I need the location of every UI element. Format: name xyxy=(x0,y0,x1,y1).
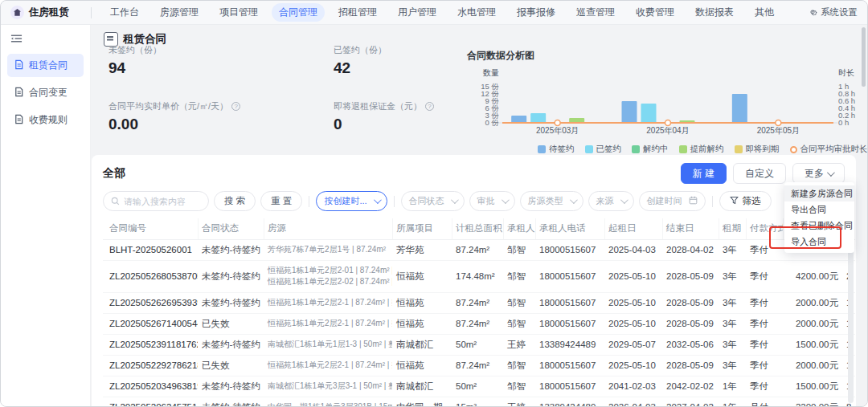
cell-pay-method: 季付 xyxy=(746,334,783,355)
more-button[interactable]: 更多 xyxy=(792,163,845,184)
cell-project: 恒福苑 xyxy=(392,313,452,334)
cell-area: 87.24m² xyxy=(452,239,503,260)
nav-item-3[interactable]: 合同管理 xyxy=(272,3,325,22)
table-row-6[interactable]: ZL2025052034963819未签约-待签约南城都汇1栋1单元3层3-1 … xyxy=(103,376,855,397)
collapse-sidebar-icon[interactable] xyxy=(1,25,90,50)
column-header-7: 起租日 xyxy=(604,218,662,239)
cell-house: 南城都汇1栋1单元1层1-3 | 50m² | 整租 | xyxy=(264,334,392,355)
sidebar-item-0[interactable]: 租赁合同 xyxy=(7,54,84,77)
window-scrollbar[interactable] xyxy=(862,27,866,87)
sort-select[interactable]: 按创建时... xyxy=(316,191,387,211)
app-window: 住房租赁 工作台房源管理项目管理合同管理招租管理用户管理水电管理报事报修巡查管理… xyxy=(0,0,868,407)
table-row-7[interactable]: ZL2025052062457514未签约-待签约中华园一期1栋1单元3层301… xyxy=(103,397,855,406)
search-icon xyxy=(111,194,120,209)
chevron-down-icon xyxy=(570,196,578,204)
table-row-4[interactable]: ZL2025052391181762未签约-待签约南城都汇1栋1单元1层1-3 … xyxy=(103,334,855,355)
menu-item-1[interactable]: 导出合同 xyxy=(784,201,854,218)
nav-item-5[interactable]: 用户管理 xyxy=(391,3,444,22)
cell-tenant: 王婷 xyxy=(503,397,535,406)
search-input[interactable] xyxy=(124,197,201,206)
cell-end-date: 2028-04-02 xyxy=(662,239,719,260)
legend-item-4[interactable]: 即将到期 xyxy=(735,144,780,155)
nav-item-10[interactable]: 数据报表 xyxy=(688,3,741,22)
create-date-select[interactable]: 创建时间 xyxy=(639,191,706,211)
filter-icon xyxy=(730,196,739,206)
nav-item-0[interactable]: 工作台 xyxy=(103,3,146,22)
legend-item-0[interactable]: 待签约 xyxy=(538,144,575,155)
cell-house: 恒福苑1栋1单元2层2-1 | 87.24m² | 整租 xyxy=(264,292,392,313)
menu-item-0[interactable]: 新建多房源合同 xyxy=(784,185,854,201)
card-title: 全部 xyxy=(103,166,125,181)
doc-icon xyxy=(14,59,24,72)
cell-status: 未签约-待签约 xyxy=(198,397,264,406)
stat-value: 0.00 xyxy=(108,116,240,133)
nav-item-11[interactable]: 其他 xyxy=(747,3,781,22)
search-button[interactable]: 搜 索 xyxy=(214,191,256,211)
cell-contract-no: ZL2025052680538705 xyxy=(103,260,198,292)
filter-select-label: 房源类型 xyxy=(528,195,563,207)
filter-select-3[interactable]: 来源 xyxy=(588,191,634,211)
table-row-3[interactable]: ZL2025052671400544已失效恒福苑1栋1单元2层2-1 | 87.… xyxy=(103,313,855,334)
legend-item-5[interactable]: 合同平均审批时长(时) xyxy=(790,144,868,155)
menu-item-2[interactable]: 查看已删除合同 xyxy=(784,218,854,234)
reset-button[interactable]: 重 置 xyxy=(260,191,302,211)
legend-item-1[interactable]: 已签约 xyxy=(585,144,622,155)
table-row-5[interactable]: ZL2025052292786218已失效恒福苑1栋1单元2层2-1 | 87.… xyxy=(103,355,855,376)
nav-item-7[interactable]: 报事报修 xyxy=(510,3,563,22)
table-row-2[interactable]: ZL2025052626953939未签约-待签约恒福苑1栋1单元2层2-1 |… xyxy=(103,292,855,313)
filter-button[interactable]: 筛选 xyxy=(719,191,772,211)
svg-text:2025年04月: 2025年04月 xyxy=(646,126,689,135)
cell-end-date: 2028-05-09 xyxy=(662,355,719,376)
stat-label: 合同平均实时单价（元/㎡/天）? xyxy=(108,100,240,112)
cell-start-date: 2041-02-03 xyxy=(604,376,662,397)
nav-item-6[interactable]: 水电管理 xyxy=(450,3,503,22)
cell-end-date: 2042-02-02 xyxy=(662,376,719,397)
cell-tenant: 邹智 xyxy=(503,260,535,292)
legend-item-3[interactable]: 提前解约 xyxy=(679,144,724,155)
stat-label-text: 合同平均实时单价（元/㎡/天） xyxy=(108,100,228,112)
cell-tenant: 邹智 xyxy=(503,292,535,313)
cell-pay-method: 季付 xyxy=(746,260,783,292)
cell-tenant: 邹智 xyxy=(503,313,535,334)
table-row-0[interactable]: BLHT-20250526001未签约-待签约芳华苑7栋7单元2层1号 | 87… xyxy=(103,239,855,260)
top-navigation: 住房租赁 工作台房源管理项目管理合同管理招租管理用户管理水电管理报事报修巡查管理… xyxy=(1,1,867,25)
cell-phone: 18000515607 xyxy=(535,292,604,313)
customize-button[interactable]: 自定义 xyxy=(733,163,786,184)
nav-item-4[interactable]: 招租管理 xyxy=(331,3,384,22)
filter-select-0[interactable]: 合同状态 xyxy=(401,191,465,211)
menu-item-3[interactable]: 导入合同 xyxy=(784,234,854,250)
svg-text:0 份: 0 份 xyxy=(485,118,500,127)
nav-item-9[interactable]: 收费管理 xyxy=(628,3,682,22)
column-header-2: 房源 xyxy=(264,218,392,239)
create-button[interactable]: 新 建 xyxy=(681,163,727,184)
nav-item-2[interactable]: 项目管理 xyxy=(212,3,265,22)
chevron-down-icon xyxy=(827,169,835,177)
info-icon: ? xyxy=(231,102,240,111)
bar-0-month-1 xyxy=(622,101,637,123)
filter-select-1[interactable]: 审批 xyxy=(469,191,515,211)
nav-item-8[interactable]: 巡查管理 xyxy=(569,3,622,22)
stat-2: 合同平均实时单价（元/㎡/天）?0.00 xyxy=(108,100,240,133)
legend-label: 解约中 xyxy=(643,144,669,155)
sidebar-item-2[interactable]: 收费规则 xyxy=(7,108,84,132)
sidebar-item-1[interactable]: 合同变更 xyxy=(7,81,84,104)
filter-select-2[interactable]: 房源类型 xyxy=(520,191,583,211)
contract-analysis-chart: 合同数据分析图 数量时长15 份12 份9 份6 份3 份0 份1 h0.8 h… xyxy=(467,49,868,155)
column-header-8: 结束日 xyxy=(662,218,719,239)
sidebar-item-label: 合同变更 xyxy=(29,86,68,100)
column-header-3: 所属项目 xyxy=(392,218,452,239)
cell-tenant: 邹智 xyxy=(503,355,535,376)
nav-item-1[interactable]: 房源管理 xyxy=(153,3,206,22)
chart-title: 合同数据分析图 xyxy=(467,49,868,63)
system-settings-button[interactable]: 系统设置 xyxy=(808,6,858,18)
table-row-1[interactable]: ZL2025052680538705未签约-待签约恒福苑1栋1单元2层2-01 … xyxy=(103,260,855,292)
cell-house: 恒福苑1栋1单元2层2-1 | 87.24m² | 整租 xyxy=(264,355,392,376)
legend-item-2[interactable]: 解约中 xyxy=(632,144,669,155)
cell-house: 中华园一期1栋1单元3层301B | 15m² | FY xyxy=(264,397,392,406)
cell-start-date: 2029-05-07 xyxy=(604,334,662,355)
house-line: 恒福苑1栋1单元2层2-1 | 87.24m² | 整租 xyxy=(268,297,388,309)
stat-label: 已签约（份） xyxy=(334,44,387,56)
cell-house: 恒福苑1栋1单元2层2-1 | 87.24m² | 整租 xyxy=(264,313,392,334)
date-select-label: 创建时间 xyxy=(647,195,682,207)
column-header-6: 承租人电话 xyxy=(535,218,604,239)
